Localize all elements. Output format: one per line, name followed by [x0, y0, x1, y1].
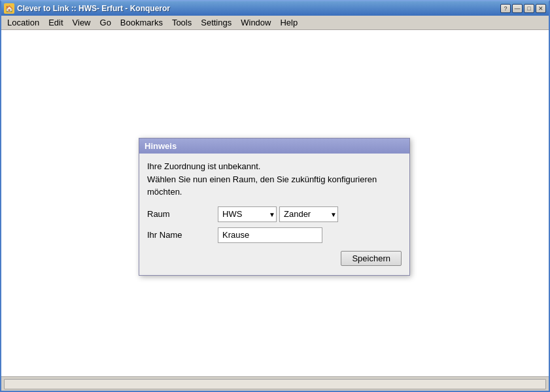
- save-button[interactable]: Speichern: [341, 251, 402, 266]
- menu-settings[interactable]: Settings: [196, 16, 236, 29]
- menu-bar: Location Edit View Go Bookmarks Tools Se…: [1, 16, 549, 30]
- button-row: Speichern: [147, 251, 402, 266]
- close-button[interactable]: ✕: [536, 4, 546, 13]
- menu-location[interactable]: Location: [3, 16, 44, 29]
- browser-window: 🏠 Clever to Link :: HWS- Erfurt - Konque…: [0, 0, 550, 392]
- dialog-message: Ihre Zuordnung ist unbekannt. Wählen Sie…: [147, 160, 402, 199]
- raum-select2-wrapper: Zander ▼: [279, 206, 338, 222]
- ihr-name-row: Ihr Name: [147, 227, 402, 243]
- dialog-title: Hinweis: [145, 141, 177, 151]
- window-title: Clever to Link :: HWS- Erfurt - Konquero…: [17, 4, 170, 13]
- menu-help[interactable]: Help: [275, 16, 302, 29]
- raum-select1-wrapper: HWS ▼: [218, 206, 277, 222]
- dialog-body: Ihre Zuordnung ist unbekannt. Wählen Sie…: [139, 154, 409, 275]
- dialog-message-line2: Wählen Sie nun einen Raum, den Sie zukün…: [147, 173, 402, 199]
- dialog-message-line1: Ihre Zuordnung ist unbekannt.: [147, 160, 402, 173]
- ihr-name-input[interactable]: [218, 227, 322, 243]
- raum-controls: HWS ▼ Zander ▼: [218, 206, 402, 222]
- minimize-button[interactable]: —: [512, 4, 523, 13]
- app-icon-symbol: 🏠: [5, 5, 13, 12]
- raum-select2[interactable]: Zander: [279, 206, 338, 222]
- raum-select1[interactable]: HWS: [218, 206, 277, 222]
- status-panel: [4, 379, 546, 389]
- menu-window[interactable]: Window: [236, 16, 275, 29]
- dialog-box: Hinweis Ihre Zuordnung ist unbekannt. Wä…: [139, 138, 410, 276]
- help-button[interactable]: ?: [500, 4, 511, 13]
- dialog-form: Raum HWS ▼ Zander: [147, 206, 402, 266]
- raum-row: Raum HWS ▼ Zander: [147, 206, 402, 222]
- menu-bookmarks[interactable]: Bookmarks: [116, 16, 167, 29]
- menu-view[interactable]: View: [68, 16, 95, 29]
- dialog-header: Hinweis: [139, 139, 409, 154]
- menu-tools[interactable]: Tools: [167, 16, 196, 29]
- menu-go[interactable]: Go: [95, 16, 116, 29]
- title-bar: 🏠 Clever to Link :: HWS- Erfurt - Konque…: [1, 1, 549, 16]
- menu-edit[interactable]: Edit: [44, 16, 67, 29]
- content-area: Hinweis Ihre Zuordnung ist unbekannt. Wä…: [1, 30, 549, 376]
- ihr-name-controls: [218, 227, 402, 243]
- status-bar: [1, 376, 549, 391]
- window-controls: ? — □ ✕: [500, 4, 546, 13]
- maximize-button[interactable]: □: [524, 4, 534, 13]
- app-icon: 🏠: [4, 3, 14, 14]
- ihr-name-label: Ihr Name: [147, 230, 213, 240]
- raum-label: Raum: [147, 209, 213, 219]
- title-bar-left: 🏠 Clever to Link :: HWS- Erfurt - Konque…: [4, 3, 170, 14]
